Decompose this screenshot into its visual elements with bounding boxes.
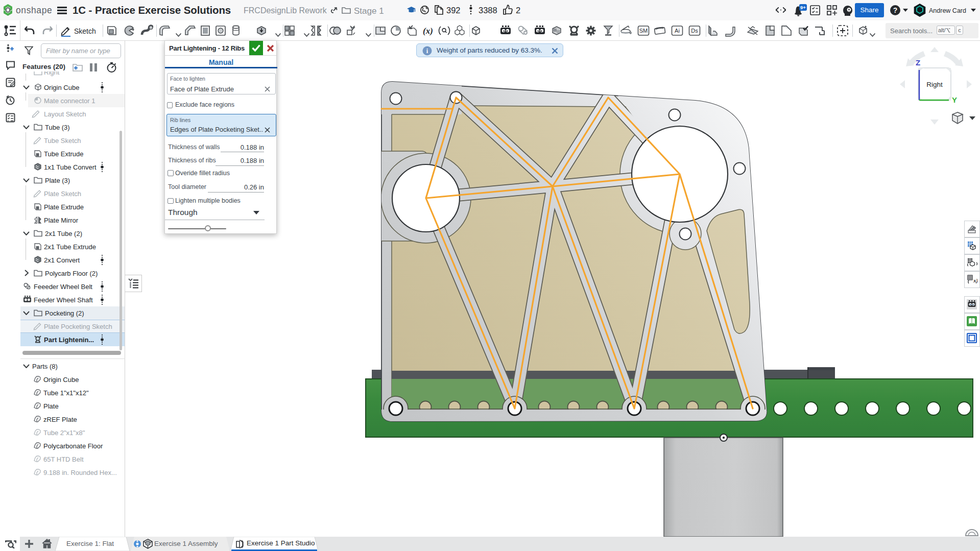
svg-text:SM: SM <box>639 28 648 34</box>
svg-text:Right: Right <box>926 81 943 88</box>
svg-text:Z: Z <box>916 58 920 67</box>
svg-text:(x): (x) <box>423 26 433 36</box>
svg-text:Ds: Ds <box>691 28 698 34</box>
svg-text:i: i <box>426 47 428 55</box>
svg-text:Y: Y <box>952 95 957 104</box>
svg-text:Ai: Ai <box>675 28 680 34</box>
svg-text:9+: 9+ <box>800 5 806 10</box>
svg-text:?: ? <box>893 6 898 14</box>
svg-text:x): x) <box>973 277 977 284</box>
